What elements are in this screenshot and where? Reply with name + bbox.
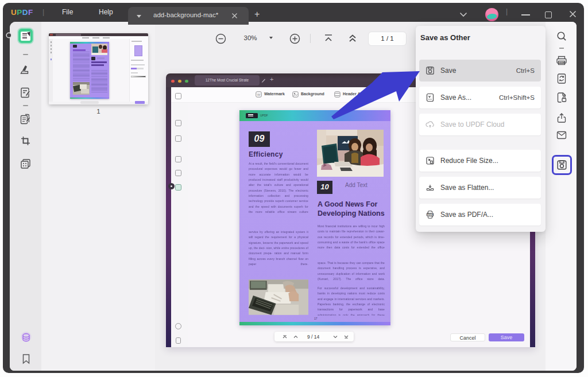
svg-text:W: W — [257, 93, 261, 96]
svg-text:OCR: OCR — [559, 61, 564, 64]
svg-text:PDF/A: PDF/A — [427, 213, 433, 216]
